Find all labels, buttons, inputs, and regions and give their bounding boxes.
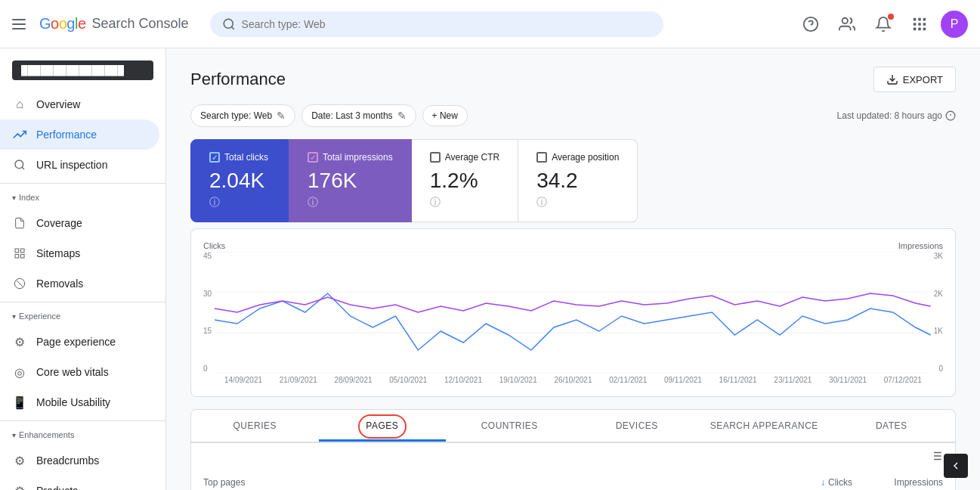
svg-rect-19: [20, 254, 24, 258]
x-label-8: 09/11/2021: [664, 376, 702, 384]
impressions-info: ⓘ: [308, 196, 393, 209]
scroll-icon: [950, 460, 962, 472]
ctr-value: 1.2%: [430, 169, 499, 193]
sidebar-item-sitemaps[interactable]: Sitemaps: [0, 238, 159, 268]
hamburger-button[interactable]: [12, 15, 30, 33]
sidebar-item-performance[interactable]: Performance: [0, 119, 159, 150]
apps-button[interactable]: [904, 9, 935, 39]
add-filter-label: + New: [432, 110, 458, 121]
svg-rect-5: [914, 17, 917, 20]
notifications-button[interactable]: [868, 9, 898, 39]
people-button[interactable]: [832, 9, 862, 39]
sidebar: ████████████████ ⌂ Overview Performance …: [0, 48, 166, 490]
property-chip[interactable]: ████████████████: [12, 60, 153, 80]
svg-rect-8: [914, 23, 917, 26]
filter-chips: Search type: Web ✎ Date: Last 3 months ✎…: [190, 104, 468, 127]
x-label-1: 21/09/2021: [280, 376, 317, 384]
section-header-enhancements[interactable]: ▾ Enhancements: [0, 424, 165, 445]
date-range-edit-icon: ✎: [397, 110, 407, 122]
position-info: ⓘ: [536, 196, 619, 209]
sidebar-item-products[interactable]: ⚙ Products: [0, 476, 159, 490]
section-label-experience: Experience: [19, 312, 60, 321]
sidebar-item-removals[interactable]: Removals: [0, 268, 159, 299]
position-checkbox[interactable]: [536, 152, 547, 163]
col-clicks-label: Clicks: [828, 477, 852, 488]
col-impressions-label: Impressions: [894, 477, 943, 488]
sidebar-item-overview[interactable]: ⌂ Overview: [0, 89, 159, 119]
tab-devices[interactable]: DEVICES: [573, 410, 701, 442]
sidebar-item-page-experience[interactable]: ⚙ Page experience: [0, 327, 159, 357]
export-button[interactable]: EXPORT: [873, 67, 956, 92]
clicks-checkbox[interactable]: [209, 152, 220, 163]
help-button[interactable]: [796, 9, 826, 39]
performance-icon: [12, 127, 27, 142]
table-filter-button[interactable]: [929, 449, 943, 465]
chart-x-labels: 14/09/2021 21/09/2021 28/09/2021 05/10/2…: [203, 376, 943, 384]
download-icon: [886, 73, 898, 85]
y-zero-right: 0: [938, 364, 943, 373]
sidebar-item-breadcrumbs[interactable]: ⚙ Breadcrumbs: [0, 445, 159, 476]
metric-card-impressions[interactable]: Total impressions 176K ⓘ: [289, 139, 412, 222]
date-range-filter[interactable]: Date: Last 3 months ✎: [301, 104, 416, 127]
ctr-info: ⓘ: [430, 196, 499, 209]
sidebar-label-url-inspection: URL inspection: [36, 159, 107, 171]
apps-icon: [911, 16, 928, 33]
tab-dates[interactable]: DATES: [828, 410, 956, 442]
section-header-index[interactable]: ▾ Index: [0, 187, 165, 208]
search-type-filter[interactable]: Search type: Web ✎: [190, 104, 295, 127]
metric-card-position[interactable]: Average position 34.2 ⓘ: [518, 139, 638, 222]
x-label-5: 19/10/2021: [499, 376, 537, 384]
sidebar-item-core-web-vitals[interactable]: ◎ Core web vitals: [0, 357, 159, 387]
sidebar-label-breadcrumbs: Breadcrumbs: [36, 454, 99, 467]
chart-container: Clicks Impressions 45 30 15 0: [190, 228, 956, 397]
y-low-right: 1K: [934, 327, 943, 335]
sidebar-label-performance: Performance: [36, 129, 97, 141]
product-name: Search Console: [92, 16, 189, 32]
search-bar[interactable]: [210, 11, 663, 37]
sidebar-item-mobile-usability[interactable]: 📱 Mobile Usability: [0, 387, 159, 417]
home-icon: ⌂: [12, 97, 27, 112]
x-label-12: 07/12/2021: [884, 376, 922, 384]
col-header-clicks[interactable]: ↓ Clicks: [777, 477, 852, 488]
section-header-experience[interactable]: ▾ Experience: [0, 305, 165, 327]
sidebar-item-url-inspection[interactable]: URL inspection: [0, 150, 159, 180]
avatar[interactable]: P: [941, 11, 968, 38]
clicks-info-icon[interactable]: ⓘ: [209, 196, 220, 208]
svg-rect-6: [918, 17, 921, 20]
last-updated: Last updated: 8 hours ago: [837, 110, 956, 121]
table-area: Top pages ↓ Clicks Impressions 680 1: [190, 443, 956, 490]
col-header-impressions: Impressions: [852, 477, 943, 488]
tab-queries-label: QUERIES: [233, 420, 277, 431]
position-info-icon[interactable]: ⓘ: [536, 196, 547, 208]
ctr-info-icon[interactable]: ⓘ: [430, 196, 441, 208]
scroll-indicator[interactable]: [944, 454, 968, 478]
page-header: Performance EXPORT: [190, 67, 956, 92]
metric-card-clicks[interactable]: Total clicks 2.04K ⓘ: [190, 139, 289, 222]
ctr-checkbox[interactable]: [430, 152, 441, 163]
svg-rect-10: [923, 23, 926, 26]
tab-countries-label: COUNTRIES: [481, 420, 538, 431]
page-title: Performance: [190, 70, 286, 89]
tab-devices-label: DEVICES: [616, 420, 658, 431]
metric-card-impressions-header: Total impressions: [308, 152, 393, 163]
tab-search-appearance[interactable]: SEARCH APPEARANCE: [700, 410, 828, 442]
metric-card-position-header: Average position: [536, 152, 619, 163]
add-filter-button[interactable]: + New: [422, 105, 468, 126]
impressions-checkbox[interactable]: [308, 152, 318, 163]
url-inspect-input[interactable]: [242, 18, 651, 30]
tab-pages[interactable]: PAGES: [319, 410, 447, 442]
tabs-container: QUERIES PAGES COUNTRIES DEVICES SEARCH A…: [190, 409, 956, 443]
impressions-info-icon[interactable]: ⓘ: [308, 196, 318, 208]
tab-queries[interactable]: QUERIES: [191, 410, 319, 442]
content-area: Performance EXPORT Search type: Web ✎ Da…: [166, 48, 980, 490]
metric-card-ctr[interactable]: Average CTR 1.2% ⓘ: [412, 139, 518, 222]
tab-countries[interactable]: COUNTRIES: [446, 410, 573, 442]
people-icon: [839, 16, 855, 33]
tab-search-appearance-label: SEARCH APPEARANCE: [710, 420, 818, 431]
metric-card-ctr-header: Average CTR: [430, 152, 499, 163]
sidebar-item-coverage[interactable]: Coverage: [0, 208, 159, 238]
date-range-label: Date: Last 3 months: [311, 110, 392, 121]
section-label-index: Index: [19, 193, 39, 202]
notification-badge: [888, 14, 894, 20]
y-low-left: 15: [203, 327, 212, 335]
